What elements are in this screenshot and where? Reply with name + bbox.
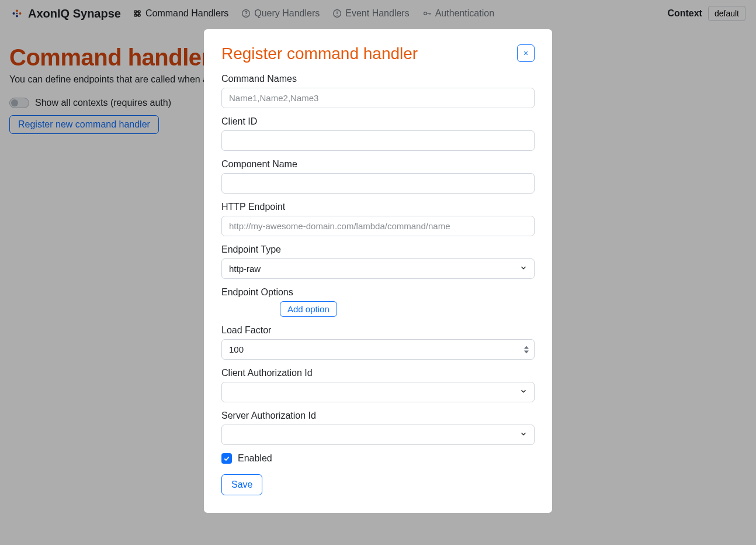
- enabled-row: Enabled: [221, 453, 535, 464]
- number-stepper-icon[interactable]: [523, 345, 531, 354]
- component-name-input[interactable]: [221, 173, 535, 194]
- endpoint-type-select[interactable]: http-raw: [221, 258, 535, 279]
- client-auth-select[interactable]: [221, 382, 535, 402]
- modal-header: Register command handler ×: [221, 44, 535, 63]
- load-factor-label: Load Factor: [221, 325, 535, 336]
- enabled-checkbox[interactable]: [221, 453, 232, 464]
- http-endpoint-input[interactable]: [221, 216, 535, 236]
- add-option-button[interactable]: Add option: [280, 301, 337, 317]
- save-button[interactable]: Save: [221, 474, 262, 495]
- enabled-label: Enabled: [238, 453, 272, 464]
- register-command-handler-modal: Register command handler × Command Names…: [204, 29, 552, 513]
- command-names-label: Command Names: [221, 74, 535, 84]
- endpoint-type-label: Endpoint Type: [221, 244, 535, 255]
- server-auth-select[interactable]: [221, 425, 535, 445]
- modal-overlay: Register command handler × Command Names…: [0, 0, 756, 545]
- client-id-input[interactable]: [221, 130, 535, 151]
- modal-title: Register command handler: [221, 44, 418, 63]
- endpoint-options-label: Endpoint Options: [221, 287, 535, 298]
- load-factor-input[interactable]: [221, 339, 535, 360]
- client-auth-label: Client Authorization Id: [221, 368, 535, 378]
- close-modal-button[interactable]: ×: [517, 44, 535, 62]
- close-icon: ×: [523, 49, 528, 57]
- http-endpoint-label: HTTP Endpoint: [221, 202, 535, 212]
- server-auth-label: Server Authorization Id: [221, 411, 535, 421]
- command-names-input[interactable]: [221, 88, 535, 108]
- client-id-label: Client ID: [221, 116, 535, 127]
- component-name-label: Component Name: [221, 159, 535, 170]
